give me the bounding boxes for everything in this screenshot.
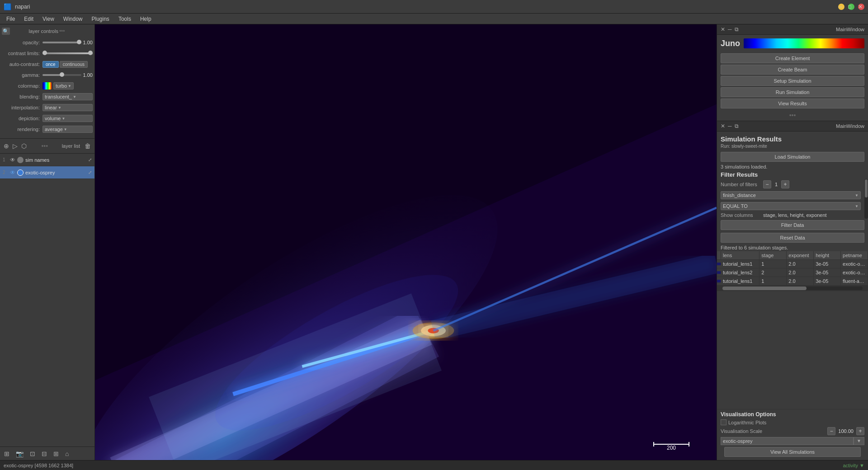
menu-file[interactable]: File [2, 15, 19, 23]
layer-item-sim-names[interactable]: 1 👁 sim names ⤢ [0, 154, 94, 166]
view-results-button[interactable]: View Results [721, 99, 864, 108]
filter-container: Number of filters − 1 + finish_distance … [717, 179, 868, 219]
td-indicator-3 [717, 280, 721, 282]
viz-dropdown-arrow[interactable]: ▼ [854, 437, 864, 445]
menu-window[interactable]: Window [59, 15, 87, 23]
layer-controls-search[interactable]: 🔍 [2, 28, 10, 35]
rendering-dropdown[interactable]: average ▼ [42, 126, 93, 133]
colormap-dropdown[interactable]: turbo ▼ [53, 82, 74, 89]
filter-operator-select[interactable]: EQUAL TO ▼ [721, 202, 861, 210]
toolbar-paste[interactable]: ⊟ [39, 449, 49, 459]
table-body: tutorial_lens1 1 2.0 3e-05 exotic-osprey… [717, 260, 868, 286]
viz-scale-minus[interactable]: − [827, 427, 835, 435]
gamma-slider[interactable] [42, 74, 81, 76]
menu-bar: File Edit View Window Plugins Tools Help [0, 14, 868, 24]
blending-label: blending: [2, 94, 42, 99]
juno-minimize[interactable]: ─ [728, 26, 732, 33]
sim-minimize[interactable]: ─ [728, 123, 732, 129]
filter-data-button[interactable]: Filter Data [721, 220, 864, 230]
th-height[interactable]: height [814, 251, 841, 259]
delete-layer-button[interactable]: 🗑 [84, 142, 92, 150]
setup-simulation-button[interactable]: Setup Simulation [721, 76, 864, 86]
th-exponent[interactable]: exponent [787, 251, 814, 259]
table-row[interactable]: tutorial_lens1 1 2.0 3e-05 fluent-aphid [717, 277, 868, 286]
layer-tool-labels[interactable]: ⬡ [20, 142, 28, 150]
contrast-slider[interactable] [42, 52, 93, 54]
toolbar-console[interactable]: ⊞ [2, 449, 12, 459]
blending-dropdown-arrow: ▼ [73, 95, 76, 99]
td-lens-3: tutorial_lens1 [721, 277, 760, 285]
layer-visibility-sim-names[interactable]: 👁 [10, 157, 15, 163]
status-activity[interactable]: activity ▼ [843, 463, 864, 468]
create-element-button[interactable]: Create Element [721, 53, 864, 63]
sim-float[interactable]: ⧉ [735, 123, 739, 129]
auto-contrast-once[interactable]: once [42, 61, 59, 68]
table-hscroll[interactable] [722, 287, 863, 290]
menu-edit[interactable]: Edit [19, 15, 38, 23]
create-beam-button[interactable]: Create Beam [721, 65, 864, 75]
layer-list-title: layer list [62, 143, 80, 149]
layer-item-exotic-osprey[interactable]: 2 👁 exotic-osprey ⤢ [0, 166, 94, 179]
layer-name-exotic-osprey: exotic-osprey [25, 170, 88, 175]
num-filters-minus[interactable]: − [763, 180, 771, 188]
menu-plugins[interactable]: Plugins [87, 15, 114, 23]
juno-close[interactable]: ✕ [721, 26, 725, 33]
table-row[interactable]: tutorial_lens1 1 2.0 3e-05 exotic-osprey [717, 260, 868, 268]
layer-tool-shapes[interactable]: ▷ [12, 142, 19, 150]
num-filters-row: Number of filters − 1 + [717, 179, 864, 190]
layer-visibility-exotic-osprey[interactable]: 👁 [10, 169, 15, 176]
auto-contrast-continuous[interactable]: continuous [60, 61, 88, 68]
interpolation-dropdown[interactable]: linear ▼ [42, 104, 93, 111]
maximize-button[interactable]: □ [848, 4, 854, 10]
depiction-dropdown[interactable]: volume ▼ [42, 115, 93, 122]
sim-results-win-controls: ✕ ─ ⧉ [721, 123, 739, 129]
menu-tools[interactable]: Tools [114, 15, 136, 23]
toolbar-copy[interactable]: ⊡ [28, 449, 38, 459]
opacity-slider[interactable] [42, 42, 81, 43]
colormap-dropdown-arrow: ▼ [68, 84, 71, 88]
menu-help[interactable]: Help [136, 15, 156, 23]
menu-view[interactable]: View [38, 15, 59, 23]
layer-controls-more[interactable]: ••• [58, 27, 66, 35]
minimize-button[interactable]: ─ [838, 4, 844, 10]
view-all-simulations-button[interactable]: View All Simulations [724, 447, 861, 457]
filter-vscroll[interactable] [864, 179, 868, 219]
toolbar-home[interactable]: ⌂ [63, 449, 71, 459]
viz-scale-plus[interactable]: + [856, 427, 864, 435]
num-filters-plus[interactable]: + [781, 180, 789, 188]
layer-color-sim-names [17, 157, 24, 163]
juno-float[interactable]: ⧉ [735, 26, 739, 33]
filter-operator-row: EQUAL TO ▼ [717, 201, 864, 212]
opacity-value: 1.00 [83, 40, 93, 45]
filter-field-select[interactable]: finish_distance ▼ [721, 191, 861, 199]
sim-count: 3 simulations loaded. [717, 163, 868, 170]
depiction-label: depiction: [2, 116, 42, 121]
close-button[interactable]: ✕ [858, 4, 864, 10]
layer-expand-sim-names[interactable]: ⤢ [88, 157, 92, 162]
reset-data-button[interactable]: Reset Data [721, 233, 864, 243]
table-hscroll-row [717, 286, 868, 291]
toolbar-screenshot[interactable]: 📷 [14, 449, 26, 459]
toolbar-grid[interactable]: ⊞ [51, 449, 61, 459]
canvas-area[interactable]: 200 [95, 24, 717, 460]
th-lens[interactable]: lens [721, 251, 760, 259]
blending-dropdown[interactable]: translucent_ ▼ [42, 93, 93, 100]
layer-list-header: ⊕ ▷ ⬡ ••• layer list 🗑 [0, 139, 94, 154]
juno-panel: ✕ ─ ⧉ MainWindow Juno Create Element Cre… [717, 24, 868, 121]
gamma-label: gamma: [2, 72, 42, 78]
th-petname[interactable]: petname [841, 251, 868, 259]
run-simulation-button[interactable]: Run Simulation [721, 87, 864, 97]
layer-color-exotic-osprey [17, 169, 24, 176]
log-plots-checkbox[interactable] [721, 419, 726, 425]
sim-close[interactable]: ✕ [721, 123, 725, 129]
viz-sim-dropdown[interactable]: exotic-osprey [721, 437, 854, 445]
load-simulation-button[interactable]: Load Simulation [721, 152, 864, 162]
table-header: lens stage exponent height petname [717, 251, 868, 260]
layer-tool-points[interactable]: ⊕ [3, 142, 10, 150]
th-stage[interactable]: stage [760, 251, 787, 259]
table-row[interactable]: tutorial_lens2 2 2.0 3e-05 exotic-osprey [717, 268, 868, 277]
viz-scale-value: 100.00 [838, 428, 854, 434]
td-exponent-3: 2.0 [787, 277, 814, 285]
show-columns-label: Show columns [721, 212, 761, 218]
layer-expand-exotic-osprey[interactable]: ⤢ [88, 170, 92, 175]
